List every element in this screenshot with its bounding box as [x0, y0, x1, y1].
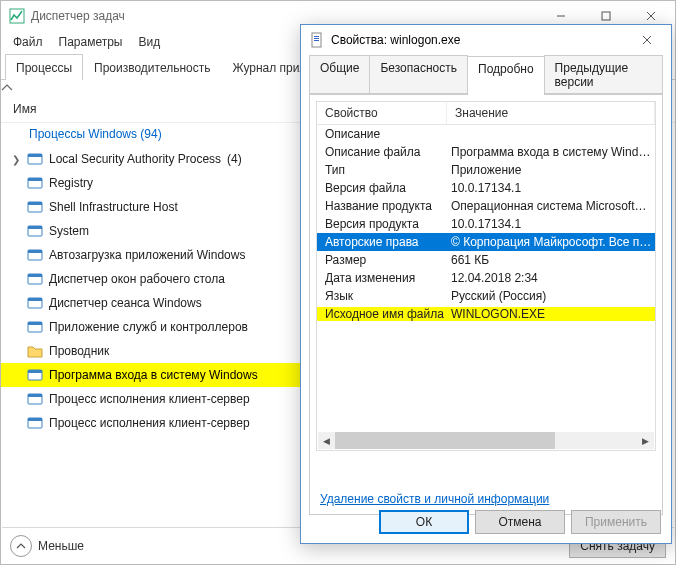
property-key: Описание файла: [317, 145, 447, 159]
process-icon: [27, 247, 43, 263]
props-title: Свойства: winlogon.exe: [331, 33, 624, 47]
process-icon: [27, 223, 43, 239]
process-label: Проводник: [49, 344, 109, 358]
property-value: 661 КБ: [447, 253, 655, 267]
process-icon: [27, 391, 43, 407]
process-label: Local Security Authority Process: [49, 152, 221, 166]
props-footer: ОК Отмена Применить: [301, 501, 671, 543]
property-key: Дата изменения: [317, 271, 447, 285]
svg-rect-6: [28, 154, 42, 157]
svg-rect-10: [28, 202, 42, 205]
menu-options[interactable]: Параметры: [53, 33, 129, 51]
task-manager-icon: [9, 8, 25, 24]
menu-file[interactable]: Файл: [7, 33, 49, 51]
props-close-button[interactable]: [624, 26, 669, 54]
property-value: 10.0.17134.1: [447, 181, 655, 195]
fewer-details[interactable]: Меньше: [10, 535, 84, 557]
process-icon: [27, 415, 43, 431]
property-row[interactable]: Исходное имя файлаWINLOGON.EXE: [317, 305, 655, 323]
col-value[interactable]: Значение: [447, 102, 655, 124]
properties-dialog: Свойства: winlogon.exe Общие Безопасност…: [300, 24, 672, 544]
property-row[interactable]: Версия файла10.0.17134.1: [317, 179, 655, 197]
property-key: Версия продукта: [317, 217, 447, 231]
process-label: Процесс исполнения клиент-сервер: [49, 416, 250, 430]
svg-rect-8: [28, 178, 42, 181]
process-icon: [27, 367, 43, 383]
svg-rect-14: [28, 250, 42, 253]
props-tab-security[interactable]: Безопасность: [369, 55, 468, 94]
props-tab-previous[interactable]: Предыдущие версии: [544, 55, 663, 94]
file-properties-icon: [309, 32, 325, 48]
property-value: Операционная система Microsoft® W…: [447, 199, 655, 213]
process-icon: [27, 175, 43, 191]
property-row[interactable]: ЯзыкРусский (Россия): [317, 287, 655, 305]
tab-performance[interactable]: Производительность: [83, 54, 221, 80]
property-value: © Корпорация Майкрософт. Все пра…: [447, 235, 655, 249]
svg-rect-26: [28, 418, 42, 421]
process-count: (4): [227, 152, 242, 166]
process-label: Registry: [49, 176, 93, 190]
props-titlebar[interactable]: Свойства: winlogon.exe: [301, 25, 671, 55]
process-label: Автозагрузка приложений Windows: [49, 248, 245, 262]
property-row[interactable]: Авторские права© Корпорация Майкрософт. …: [317, 233, 655, 251]
property-value: 12.04.2018 2:34: [447, 271, 655, 285]
process-icon: [27, 151, 43, 167]
ok-button[interactable]: ОК: [379, 510, 469, 534]
scroll-left-icon[interactable]: ◀: [318, 432, 335, 449]
process-label: Программа входа в систему Windows: [49, 368, 258, 382]
svg-rect-30: [314, 40, 319, 41]
property-value: Программа входа в систему Windows: [447, 145, 655, 159]
property-row[interactable]: Описание файлаПрограмма входа в систему …: [317, 143, 655, 161]
property-row[interactable]: Название продуктаОперационная система Mi…: [317, 197, 655, 215]
process-icon: [27, 199, 43, 215]
svg-rect-24: [28, 394, 42, 397]
property-key: Язык: [317, 289, 447, 303]
process-label: Shell Infrastructure Host: [49, 200, 178, 214]
property-value: Приложение: [447, 163, 655, 177]
property-row[interactable]: Версия продукта10.0.17134.1: [317, 215, 655, 233]
process-label: Диспетчер сеанса Windows: [49, 296, 202, 310]
tab-processes[interactable]: Процессы: [5, 54, 83, 80]
chevron-up-icon: [1, 84, 13, 92]
process-icon: [27, 319, 43, 335]
property-value: 10.0.17134.1: [447, 217, 655, 231]
property-row[interactable]: Размер661 КБ: [317, 251, 655, 269]
svg-rect-16: [28, 274, 42, 277]
svg-rect-28: [314, 36, 319, 37]
scroll-thumb[interactable]: [335, 432, 555, 449]
property-key: Версия файла: [317, 181, 447, 195]
props-section-description: Описание: [317, 125, 655, 143]
property-key: Авторские права: [317, 235, 447, 249]
fewer-label: Меньше: [38, 539, 84, 553]
property-value: WINLOGON.EXE: [447, 307, 655, 321]
scroll-right-icon[interactable]: ▶: [637, 432, 654, 449]
svg-rect-22: [28, 370, 42, 373]
process-icon: [27, 271, 43, 287]
property-row[interactable]: Дата изменения12.04.2018 2:34: [317, 269, 655, 287]
horizontal-scrollbar[interactable]: ◀ ▶: [318, 432, 654, 449]
process-label: System: [49, 224, 89, 238]
expand-icon[interactable]: ❯: [11, 154, 21, 165]
property-row[interactable]: ТипПриложение: [317, 161, 655, 179]
process-icon: [27, 343, 43, 359]
svg-rect-29: [314, 38, 319, 39]
props-tab-general[interactable]: Общие: [309, 55, 370, 94]
col-property[interactable]: Свойство: [317, 102, 447, 124]
cancel-button[interactable]: Отмена: [475, 510, 565, 534]
process-label: Диспетчер окон рабочего стола: [49, 272, 225, 286]
process-icon: [27, 295, 43, 311]
svg-rect-2: [602, 12, 610, 20]
props-tab-details[interactable]: Подробно: [467, 56, 545, 95]
property-key: Тип: [317, 163, 447, 177]
chevron-up-circle-icon: [10, 535, 32, 557]
apply-button[interactable]: Применить: [571, 510, 661, 534]
tm-title: Диспетчер задач: [31, 9, 538, 23]
menu-view[interactable]: Вид: [132, 33, 166, 51]
props-tabs: Общие Безопасность Подробно Предыдущие в…: [309, 55, 663, 95]
property-key: Размер: [317, 253, 447, 267]
props-list: Свойство Значение Описание Описание файл…: [316, 101, 656, 451]
svg-rect-18: [28, 298, 42, 301]
svg-rect-20: [28, 322, 42, 325]
property-key: Название продукта: [317, 199, 447, 213]
property-key: Исходное имя файла: [317, 307, 447, 321]
